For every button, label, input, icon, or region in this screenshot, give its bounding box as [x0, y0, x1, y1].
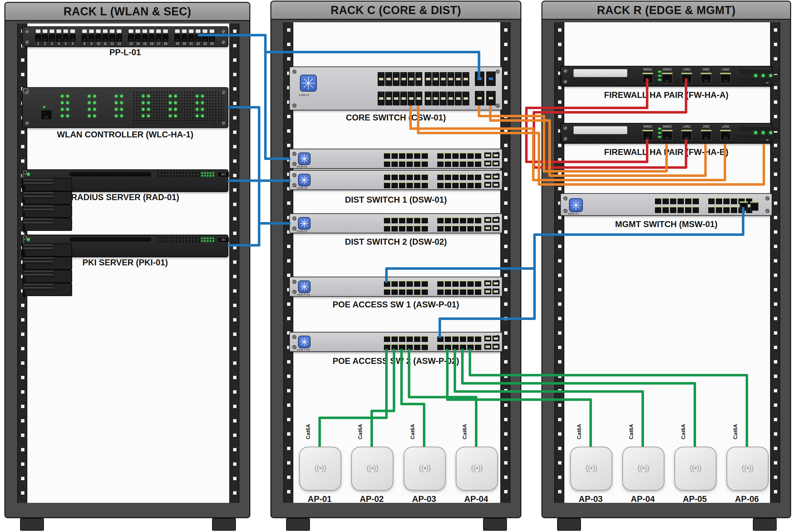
cable-tag: Cat6A [576, 416, 583, 447]
cable-csw-p1-to-fwb [411, 106, 725, 180]
cable-tag: Cat6A [628, 416, 635, 447]
network-rack-diagram: RACK L (WLAN & SEC) RACK C (CORE & DIST)… [0, 0, 793, 532]
cable-wlc-to-pki-riser [228, 107, 259, 245]
cable-msw-to-asw1 [386, 207, 743, 283]
cable-asw2-to-ap01 [320, 349, 386, 447]
cable-tag: Cat6A [357, 416, 363, 447]
cable-fwa-lan1-to-fwb-lan1 [534, 78, 686, 168]
cable-csw-p2-to-fwb [418, 106, 764, 185]
cable-msw-to-asw2 [440, 268, 534, 338]
cable-tag: Cat6A [462, 416, 468, 447]
cable-tag: Cat6A [410, 416, 416, 447]
cable-asw2-to-ap04-right [455, 349, 643, 447]
cable-layer [0, 0, 793, 532]
cable-tag: Cat6A [305, 416, 311, 447]
cable-pp-to-csw-uplink [265, 52, 479, 78]
cable-asw2-to-ap02 [372, 349, 394, 447]
cable-asw2-to-ap06-right [470, 349, 747, 447]
cable-tag: Cat6A [680, 416, 687, 447]
cable-tag: Cat6A [733, 416, 739, 447]
cable-pp-to-dsw1u1 [197, 35, 290, 159]
